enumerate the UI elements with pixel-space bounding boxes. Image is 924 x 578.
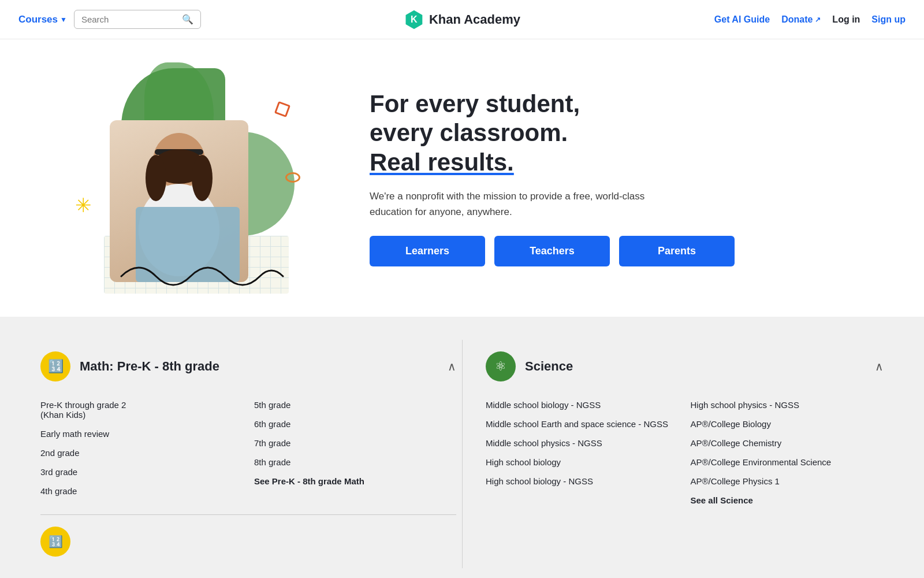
science-header-left: ⚛ Science: [486, 351, 573, 381]
hero-headline: For every student, every classroom. Real…: [370, 90, 878, 177]
science-col1: Middle school biology - NGSS Middle scho…: [486, 395, 679, 510]
svg-text:K: K: [411, 14, 418, 24]
more-math-icon: 🔢: [40, 527, 70, 557]
hero-headline-line3: Real results.: [370, 149, 514, 176]
squiggle-decoration: [116, 253, 289, 299]
deco-rect-icon: [274, 101, 290, 117]
math-link-2nd[interactable]: 2nd grade: [40, 443, 243, 462]
math-link-5th[interactable]: 5th grade: [254, 395, 456, 414]
science-link-hs-bio-ngss[interactable]: High school biology - NGSS: [486, 472, 679, 491]
math-collapse-icon: ∧: [448, 360, 456, 373]
teachers-button[interactable]: Teachers: [494, 236, 610, 266]
math-panel: 🔢 Math: Pre-K - 8th grade ∧ Pre-K throug…: [35, 340, 462, 568]
navbar: Courses ▼ 🔍 K Khan Academy Get AI Guide …: [0, 0, 924, 39]
hero-illustration: ✳: [46, 57, 346, 299]
nav-left: Courses ▼ 🔍: [18, 10, 201, 29]
science-link-ap-bio[interactable]: AP®/College Biology: [691, 414, 884, 433]
science-link-see-all[interactable]: See all Science: [691, 491, 884, 510]
math-link-pre-k[interactable]: Pre-K through grade 2(Khan Kids): [40, 395, 243, 424]
hero-section: ✳ For every student, ev: [0, 39, 924, 317]
math-link-8th[interactable]: 8th grade: [254, 453, 456, 472]
math-link-6th[interactable]: 6th grade: [254, 414, 456, 433]
courses-label: Courses: [18, 14, 58, 25]
math-icon: 🔢: [40, 351, 70, 381]
math-link-7th[interactable]: 7th grade: [254, 433, 456, 453]
deco-oval-icon: [285, 172, 300, 183]
science-link-hs-physics[interactable]: High school physics - NGSS: [691, 395, 884, 414]
science-icon: ⚛: [486, 351, 516, 381]
math-header[interactable]: 🔢 Math: Pre-K - 8th grade ∧: [40, 351, 456, 391]
math-title: Math: Pre-K - 8th grade: [80, 359, 219, 374]
math-col1: Pre-K through grade 2(Khan Kids) Early m…: [40, 395, 243, 501]
science-title: Science: [525, 359, 573, 374]
science-collapse-icon: ∧: [875, 360, 884, 373]
science-link-ap-physics[interactable]: AP®/College Physics 1: [691, 472, 884, 491]
math-links: Pre-K through grade 2(Khan Kids) Early m…: [40, 391, 456, 501]
science-links: Middle school biology - NGSS Middle scho…: [486, 391, 884, 510]
search-input[interactable]: [81, 14, 177, 24]
math-col2: 5th grade 6th grade 7th grade 8th grade …: [254, 395, 456, 501]
science-link-ap-chem[interactable]: AP®/College Chemistry: [691, 433, 884, 453]
nav-right: Get AI Guide Donate ↗ Log in Sign up: [714, 14, 906, 25]
math-link-4th[interactable]: 4th grade: [40, 481, 243, 501]
nav-center: K Khan Academy: [404, 9, 520, 30]
science-link-ms-earth[interactable]: Middle school Earth and space science - …: [486, 414, 679, 433]
svg-point-7: [192, 155, 213, 201]
math-link-3rd[interactable]: 3rd grade: [40, 462, 243, 481]
search-icon: 🔍: [182, 14, 193, 25]
courses-grid: 🔢 Math: Pre-K - 8th grade ∧ Pre-K throug…: [35, 340, 889, 568]
hero-subtext: We're a nonprofit with the mission to pr…: [370, 188, 681, 220]
login-link[interactable]: Log in: [832, 14, 860, 25]
brand-name: Khan Academy: [429, 12, 520, 27]
science-link-ap-env[interactable]: AP®/College Environmental Science: [691, 453, 884, 472]
deco-star-icon: ✳: [75, 195, 91, 215]
khan-academy-logo: K: [404, 9, 424, 30]
donate-link[interactable]: Donate ↗: [781, 14, 821, 25]
chevron-down-icon: ▼: [60, 16, 67, 24]
science-col2: High school physics - NGSS AP®/College B…: [691, 395, 884, 510]
hero-text: For every student, every classroom. Real…: [346, 90, 878, 267]
math-link-early-math[interactable]: Early math review: [40, 424, 243, 443]
courses-section: 🔢 Math: Pre-K - 8th grade ∧ Pre-K throug…: [0, 317, 924, 578]
math-header-left: 🔢 Math: Pre-K - 8th grade: [40, 351, 219, 381]
math-link-see-all[interactable]: See Pre-K - 8th grade Math: [254, 472, 456, 491]
get-ai-guide-link[interactable]: Get AI Guide: [714, 14, 770, 25]
science-header[interactable]: ⚛ Science ∧: [486, 351, 884, 391]
search-bar: 🔍: [74, 10, 201, 29]
science-link-hs-bio[interactable]: High school biology: [486, 453, 679, 472]
science-link-ms-bio[interactable]: Middle school biology - NGSS: [486, 395, 679, 414]
science-link-ms-physics[interactable]: Middle school physics - NGSS: [486, 433, 679, 453]
signup-button[interactable]: Sign up: [871, 14, 906, 25]
parents-button[interactable]: Parents: [619, 236, 735, 266]
external-link-icon: ↗: [815, 16, 821, 24]
learners-button[interactable]: Learners: [370, 236, 485, 266]
hero-buttons: Learners Teachers Parents: [370, 236, 878, 266]
courses-button[interactable]: Courses ▼: [18, 14, 67, 25]
science-panel: ⚛ Science ∧ Middle school biology - NGSS…: [462, 340, 889, 568]
course-divider: [40, 514, 456, 515]
svg-point-6: [146, 155, 166, 201]
